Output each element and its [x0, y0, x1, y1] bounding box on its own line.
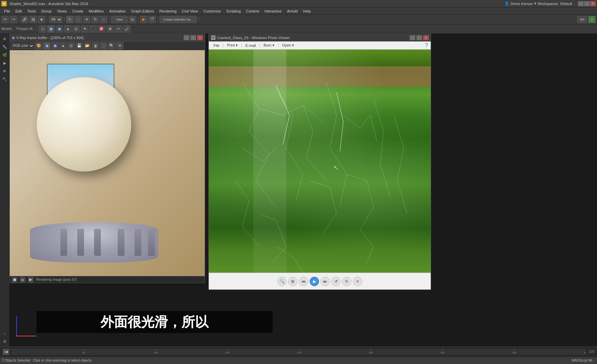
- username: Denis Keman: [511, 2, 533, 6]
- tb2-btn9[interactable]: ⊞: [106, 25, 114, 33]
- vray-tool5[interactable]: ◎: [67, 42, 75, 50]
- photo-rotate-ccw-btn[interactable]: ↺: [331, 277, 341, 286]
- timeline-tick: [84, 349, 84, 351]
- color-mode-select[interactable]: RGB color: [11, 43, 34, 49]
- vray-zoom-btn[interactable]: 🔍: [108, 42, 115, 50]
- menu-item-content[interactable]: Content: [244, 8, 262, 14]
- tb2-btn2[interactable]: ◼: [47, 25, 55, 33]
- photo-delete-btn[interactable]: ✕: [353, 277, 362, 286]
- menu-item-civil-view[interactable]: Civil View: [179, 8, 200, 14]
- vray-status-btn3[interactable]: ▶: [28, 277, 33, 282]
- select-btn[interactable]: ↖: [66, 16, 74, 23]
- maxscript-btn[interactable]: MS: [577, 16, 587, 23]
- tb2-btn5[interactable]: ◎: [73, 25, 80, 33]
- menu-item-arnold[interactable]: Arnold: [284, 8, 301, 14]
- photo-menu-email[interactable]: E-mail: [244, 43, 258, 48]
- vray-tool4[interactable]: ●: [59, 42, 67, 50]
- photo-close-btn[interactable]: ✕: [423, 35, 429, 40]
- sidebar-create[interactable]: ⊕: [1, 35, 8, 42]
- tb2-btn6[interactable]: ✦: [81, 25, 88, 33]
- menu-item-modifiers[interactable]: Modifiers: [86, 8, 107, 14]
- move-btn[interactable]: ✛: [83, 16, 90, 23]
- photo-menu-open[interactable]: Open ▾: [280, 42, 296, 48]
- sidebar-hierarchy[interactable]: 🌿: [1, 51, 8, 59]
- vray-tool3[interactable]: ◼: [51, 42, 59, 50]
- photo-menu-burn[interactable]: Burn ▾: [261, 42, 276, 48]
- menu-item-file[interactable]: File: [1, 8, 13, 14]
- sidebar-bottom2[interactable]: ⚙: [1, 338, 8, 345]
- tb2-btn7[interactable]: ⬛: [89, 25, 97, 33]
- user-dropdown-icon[interactable]: ▾: [534, 1, 536, 6]
- vray-max-btn[interactable]: □: [191, 35, 196, 40]
- tb2-btn3[interactable]: ◼: [56, 25, 63, 33]
- status-bar: 2 Objects Selected Click or click-and-dr…: [0, 357, 597, 364]
- tb2-btn10[interactable]: ✂: [115, 25, 122, 33]
- photo-play-btn[interactable]: ▶: [310, 277, 319, 286]
- vray-region-btn[interactable]: ⬚: [100, 42, 107, 50]
- sidebar-bottom1[interactable]: ↕: [1, 330, 8, 337]
- vray-min-btn[interactable]: ─: [184, 35, 189, 40]
- tb2-btn8[interactable]: 🎯: [98, 25, 105, 33]
- vray-btn[interactable]: V: [588, 16, 596, 23]
- timeline-ruler[interactable]: 050100150200250300350400: [12, 349, 586, 355]
- select-link-btn[interactable]: 🔗: [21, 16, 28, 23]
- rotate-btn[interactable]: ↻: [91, 16, 99, 23]
- window-max-btn[interactable]: □: [584, 1, 590, 6]
- vray-tool2[interactable]: ◼: [43, 42, 51, 50]
- window-min-btn[interactable]: ─: [578, 1, 584, 6]
- timeline-prev-key[interactable]: |◀: [3, 349, 9, 355]
- window-close-btn[interactable]: ✕: [590, 1, 596, 6]
- vray-load-btn[interactable]: 📂: [84, 42, 91, 50]
- photo-max-btn[interactable]: □: [417, 35, 422, 40]
- menu-item-create[interactable]: Create: [69, 8, 86, 14]
- menu-item-views[interactable]: Views: [54, 8, 69, 14]
- view-select[interactable]: View: [111, 16, 128, 23]
- percent-btn[interactable]: %: [129, 16, 136, 23]
- vray-status-btn1[interactable]: ◼: [12, 277, 17, 282]
- tb2-paint-btn[interactable]: 🖊: [123, 25, 131, 33]
- bind-to-space-btn[interactable]: ◈: [38, 16, 45, 23]
- sidebar-display[interactable]: 👁: [1, 67, 8, 75]
- render-setup-btn[interactable]: ▶: [140, 16, 147, 23]
- menu-item-scripting[interactable]: Scripting: [224, 8, 244, 14]
- menu-item-interactive[interactable]: Interactive: [262, 8, 284, 14]
- menu-item-customize[interactable]: Customize: [201, 8, 224, 14]
- quick-render-btn[interactable]: 🎬: [148, 16, 156, 23]
- sidebar-motion[interactable]: ▶: [1, 59, 8, 67]
- photo-last-btn[interactable]: ⏭: [320, 277, 330, 286]
- undo-btn[interactable]: ↩: [1, 16, 9, 23]
- sidebar-utilities[interactable]: 🔨: [1, 75, 8, 83]
- menu-item-graph-editors[interactable]: Graph Editors: [129, 8, 157, 14]
- photo-actual-size-btn[interactable]: ⊞: [288, 277, 297, 286]
- photo-zoom-btn[interactable]: 🔍: [277, 277, 287, 286]
- create-sel-btn[interactable]: Create Selection Se...: [160, 16, 197, 23]
- menu-item-group[interactable]: Group: [38, 8, 54, 14]
- tb2-btn1[interactable]: ◻: [39, 25, 46, 33]
- menu-item-edit[interactable]: Edit: [13, 8, 25, 14]
- scale-btn[interactable]: ↔: [100, 16, 107, 23]
- vray-track-btn[interactable]: ✛: [116, 42, 123, 50]
- photo-min-btn[interactable]: ─: [410, 35, 415, 40]
- menu-item-tools[interactable]: Tools: [25, 8, 39, 14]
- tb2-btn4[interactable]: ●: [64, 25, 72, 33]
- menu-item-rendering[interactable]: Rendering: [157, 8, 179, 14]
- photo-help-btn[interactable]: ?: [425, 42, 428, 49]
- leg6: [135, 229, 141, 256]
- photo-menu-file[interactable]: File: [211, 43, 222, 48]
- select-region-btn[interactable]: ⬚: [75, 16, 82, 23]
- unlink-btn[interactable]: ⛓: [29, 16, 37, 23]
- menu-item-animation[interactable]: Animation: [107, 8, 129, 14]
- vray-status-btn2[interactable]: ●: [20, 277, 25, 282]
- menu-item-help[interactable]: Help: [301, 8, 314, 14]
- redo-btn[interactable]: ↪: [10, 16, 17, 23]
- vray-close-btn[interactable]: ✕: [197, 35, 203, 40]
- photo-first-btn[interactable]: ⏮: [299, 277, 308, 286]
- sidebar-modify[interactable]: 🔧: [1, 43, 8, 51]
- vray-tool1[interactable]: 🎨: [35, 42, 42, 50]
- vray-save-btn[interactable]: 💾: [76, 42, 83, 50]
- photo-menu-print[interactable]: Print ▾: [225, 42, 240, 48]
- photo-rotate-cw-btn[interactable]: ↻: [342, 277, 351, 286]
- vray-viewport[interactable]: [+] [VRayCam]: [10, 50, 205, 276]
- vray-clear-btn[interactable]: 🗑: [92, 42, 99, 50]
- filter-select[interactable]: All: [49, 16, 62, 23]
